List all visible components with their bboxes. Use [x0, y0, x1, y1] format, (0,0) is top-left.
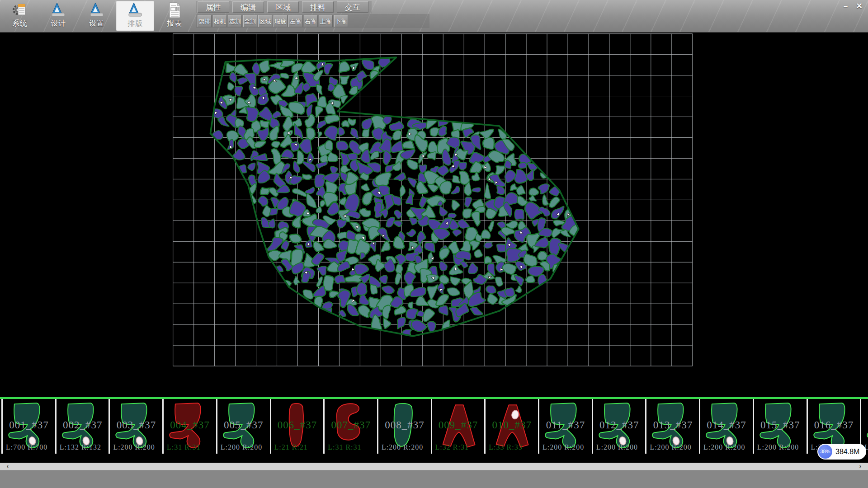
piece-lr-count: L:200 R:200 [650, 443, 691, 451]
application-window: 系统 设计 设置 排版 [0, 0, 868, 488]
piece-lr-count: L:33 R:33 [489, 443, 522, 451]
status-bar [0, 470, 868, 488]
piece-name-label: 013_#37 [646, 419, 699, 431]
tool-button-snap-right[interactable]: 右靠 [304, 15, 318, 27]
piece-name-label: 005_#37 [217, 419, 270, 431]
tool-button-snap-up[interactable]: 上靠 [319, 15, 333, 27]
thumbnail-cell-002_#37[interactable]: 002_#37L:132 R:132 [55, 399, 109, 454]
piece-name-label: 011_#37 [539, 419, 592, 431]
piece-lr-count: L:200 R:200 [113, 443, 155, 451]
piece-name-label: 015_#37 [754, 419, 807, 431]
memory-badge[interactable]: 38% 384.8M [817, 444, 866, 460]
thumbnail-cell-013_#37[interactable]: 013_#37L:200 R:200 [645, 399, 699, 454]
menu-tab-properties[interactable]: 属性 [198, 1, 229, 13]
piece-name-label: 004_#37 [164, 419, 216, 431]
piece-lr-count: L:200 R:200 [542, 443, 584, 451]
tool-button-cluster[interactable]: 聚排 [198, 15, 212, 27]
mode-button-label: 设置 [78, 19, 116, 28]
layout-ruler-icon [127, 2, 143, 19]
scroll-right-arrow[interactable]: › [853, 463, 868, 470]
mode-button-label: 系统 [1, 19, 39, 28]
mode-button-design[interactable]: 设计 [39, 1, 77, 31]
mode-button-label: 报表 [156, 19, 193, 28]
menu-tab-region[interactable]: 区域 [267, 1, 299, 13]
tool-button-snap-down[interactable]: 下靠 [334, 15, 348, 27]
piece-lr-count: L:132 R:132 [60, 443, 101, 451]
thumbnail-cell-015_#37[interactable]: 015_#37L:200 R:200 [753, 399, 807, 454]
tool-button-cut-all[interactable]: 全割 [243, 15, 257, 27]
toolbar: 系统 设计 设置 排版 [0, 0, 868, 33]
thumbnail-cell-003_#37[interactable]: 003_#37L:200 R:200 [108, 399, 162, 454]
mode-button-label: 设计 [39, 19, 77, 28]
piece-name-label: 003_#37 [110, 419, 162, 431]
menu-tab-nesting[interactable]: 排料 [302, 1, 334, 13]
thumbnail-cell-011_#37[interactable]: 011_#37L:200 R:200 [538, 399, 592, 454]
thumbnail-cell-012_#37[interactable]: 012_#37L:200 R:200 [592, 399, 646, 454]
mode-button-system[interactable]: 系统 [1, 1, 39, 31]
piece-name-label: 016_#37 [808, 419, 860, 431]
report-doc-icon [167, 2, 182, 19]
piece-name-label: 006_#37 [271, 419, 324, 431]
nested-pieces[interactable] [210, 54, 585, 338]
tool-button-region[interactable]: 区域 [258, 15, 272, 27]
piece-name-label: 002_#37 [57, 419, 109, 431]
piece-lr-count: L:200 R:200 [596, 443, 638, 451]
mode-button-layout[interactable]: 排版 [116, 1, 154, 31]
tool-button-camera[interactable]: 相机 [213, 15, 227, 27]
memory-value: 384.8M [835, 444, 859, 460]
scroll-left-arrow[interactable]: ‹ [0, 463, 15, 470]
thumbnail-cell-009_#37[interactable]: 009_#37L:32 R:31 [431, 399, 485, 454]
progress-circle: 38% [818, 445, 832, 459]
thumbnail-cell-004_#37[interactable]: 004_#37L:31 R:31 [162, 399, 216, 454]
horizontal-scrollbar[interactable]: ‹ › [0, 463, 868, 470]
piece-name-label: 008_#37 [378, 419, 431, 431]
close-button[interactable]: ✕ [853, 1, 865, 12]
piece-lr-count: L:31 R:31 [167, 443, 200, 451]
piece-lr-count: L:200 R:200 [221, 443, 262, 451]
settings-ruler-icon [89, 2, 104, 19]
thumbnail-cell-010_#37[interactable]: 010_#37L:33 R:33 [484, 399, 538, 454]
piece-lr-count: L:31 R:31 [328, 443, 361, 451]
tool-button-snap-left[interactable]: 左靠 [288, 15, 302, 27]
piece-lr-count: L:200 R:200 [382, 443, 423, 451]
piece-name-label: 014_#37 [700, 419, 753, 431]
system-gear-icon [12, 2, 28, 19]
piece-lr-count: L:32 R:31 [435, 443, 469, 451]
tool-button-defect[interactable]: 瑕疵 [274, 15, 288, 27]
piece-name-label: 007_#37 [325, 419, 377, 431]
tool-button-select-cut[interactable]: 选割 [228, 15, 242, 27]
piece-lr-count: L:200 R:200 [757, 443, 799, 451]
thumbnail-cell-014_#37[interactable]: 014_#37L:200 R:200 [699, 399, 753, 454]
mode-button-label: 排版 [116, 19, 154, 28]
piece-name-label: 009_#37 [432, 419, 485, 431]
minimize-button[interactable]: – [840, 1, 852, 12]
piece-lr-count: L:700 R:700 [6, 443, 47, 451]
main-canvas[interactable] [0, 32, 868, 397]
mode-button-settings[interactable]: 设置 [78, 1, 116, 31]
thumbnail-cell-001_#37[interactable]: 001_#37L:700 R:700 [1, 399, 55, 454]
thumbnail-cell-007_#37[interactable]: 007_#37L:31 R:31 [323, 399, 377, 454]
piece-name-label: 017_#37 [861, 419, 868, 431]
mode-button-report[interactable]: 报表 [156, 1, 193, 31]
piece-lr-count: L:21 R:21 [274, 443, 308, 451]
piece-name-label: 012_#37 [593, 419, 646, 431]
piece-lr-count: L:200 R:200 [703, 443, 745, 451]
design-ruler-icon [51, 2, 66, 19]
piece-thumbnail-strip: 001_#37L:700 R:700002_#37L:132 R:132003_… [0, 399, 868, 454]
menu-tab-interact[interactable]: 交互 [337, 1, 368, 13]
thumbnail-cell-006_#37[interactable]: 006_#37L:21 R:21 [270, 399, 324, 454]
piece-name-label: 010_#37 [486, 419, 538, 431]
piece-name-label: 001_#37 [3, 419, 55, 431]
thumbnail-cell-008_#37[interactable]: 008_#37L:200 R:200 [377, 399, 431, 454]
thumbnail-cell-005_#37[interactable]: 005_#37L:200 R:200 [216, 399, 270, 454]
menu-tab-edit[interactable]: 编辑 [232, 1, 264, 13]
